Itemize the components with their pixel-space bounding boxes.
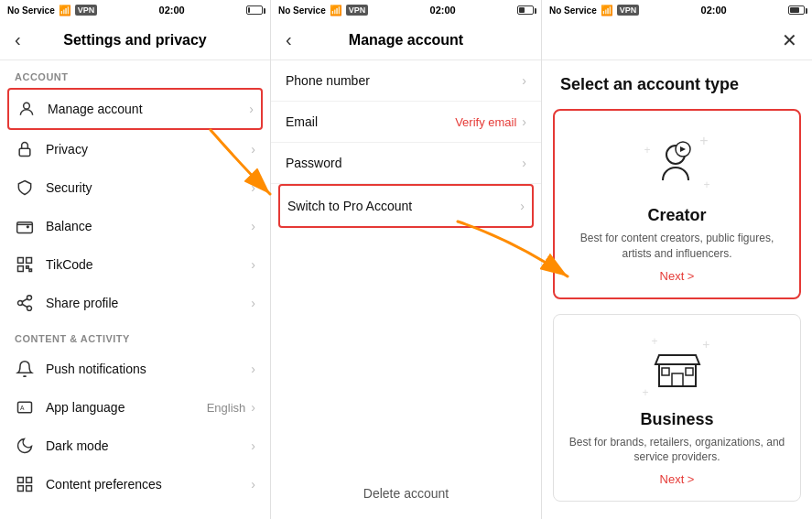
privacy-label: Privacy [46, 142, 251, 157]
panel2-back-button[interactable]: ‹ [282, 26, 296, 54]
battery-2 [517, 5, 534, 15]
sidebar-item-manage-account[interactable]: Manage account › [9, 90, 261, 128]
plus-deco-2: + [644, 144, 651, 157]
sidebar-item-push-notifications[interactable]: Push notifications › [0, 350, 270, 388]
lang-icon: A [15, 397, 35, 417]
password-chevron: › [522, 156, 526, 170]
dark-mode-label: Dark mode [46, 438, 251, 453]
svg-rect-24 [662, 368, 669, 375]
svg-point-8 [27, 296, 32, 300]
plus-deco-b2: + [702, 337, 709, 351]
tikcode-chevron: › [251, 257, 255, 272]
sidebar-item-tikcode[interactable]: TikCode › [0, 245, 270, 284]
creator-card[interactable]: + + + Creator Best for content creators,… [553, 109, 801, 299]
push-notifications-label: Push notifications [46, 362, 251, 376]
sidebar-item-share-profile[interactable]: Share profile › [0, 284, 270, 322]
user-icon [16, 99, 37, 119]
signal-3: No Service [549, 5, 597, 16]
signal-2: No Service [278, 5, 326, 16]
sidebar-item-balance[interactable]: Balance › [0, 207, 270, 245]
panel3-close-button[interactable]: ✕ [778, 26, 801, 55]
panel1-back-button[interactable]: ‹ [11, 26, 25, 54]
phone-number-label: Phone number [286, 73, 522, 88]
business-card[interactable]: + + + Business Best for br [553, 314, 801, 503]
svg-rect-15 [18, 478, 24, 483]
creator-next-button[interactable]: Next > [660, 269, 695, 283]
status-bar-3: No Service 📶 VPN 02:00 [542, 0, 812, 20]
tikcode-label: TikCode [46, 257, 251, 272]
privacy-chevron: › [251, 142, 255, 157]
vpn-badge-3: VPN [617, 5, 640, 16]
time-3: 02:00 [701, 5, 727, 16]
content-icon [15, 474, 35, 494]
shield-icon [15, 178, 35, 198]
svg-rect-17 [27, 486, 32, 492]
business-next-button[interactable]: Next > [660, 472, 695, 486]
sidebar-item-app-language[interactable]: A App language English › [0, 388, 270, 427]
plus-deco-b1: + [652, 335, 658, 348]
battery-3 [788, 5, 805, 15]
panel1-header: ‹ Settings and privacy [0, 20, 270, 60]
vpn-badge-2: VPN [346, 5, 369, 16]
phone-number-item[interactable]: Phone number › [271, 60, 541, 102]
business-desc: Best for brands, retailers, organization… [568, 435, 785, 466]
panel3-title: Select an account type [542, 60, 812, 102]
plus-deco-1: + [699, 133, 708, 149]
share-icon [15, 293, 35, 313]
app-language-label: App language [46, 400, 207, 415]
sidebar-item-security[interactable]: Security › [0, 168, 270, 207]
panel3-header: ✕ [542, 20, 812, 60]
signal-1: No Service [7, 5, 55, 16]
panel2-header: ‹ Manage account [271, 20, 541, 60]
password-item[interactable]: Password › [271, 143, 541, 184]
panel2-title: Manage account [349, 32, 463, 49]
svg-rect-25 [686, 368, 693, 375]
phone-number-chevron: › [522, 73, 526, 88]
delete-account-item[interactable]: Delete account [271, 449, 541, 519]
delete-account-label: Delete account [363, 486, 449, 501]
app-language-value: English [207, 401, 246, 415]
business-icon-area: + + + [641, 330, 714, 403]
svg-rect-6 [27, 266, 29, 269]
section-content-label: CONTENT & ACTIVITY [0, 322, 270, 350]
wifi-icon-3: 📶 [601, 5, 613, 16]
moon-icon [15, 436, 35, 456]
switch-pro-chevron: › [520, 199, 525, 213]
wallet-icon [15, 216, 35, 236]
svg-rect-23 [672, 373, 683, 386]
svg-rect-5 [18, 266, 24, 272]
sidebar-item-content-preferences[interactable]: Content preferences › [0, 465, 270, 503]
switch-pro-highlight-box: Switch to Pro Account › [278, 184, 534, 228]
manage-account-highlight-box: Manage account › [7, 88, 263, 130]
dark-mode-chevron: › [251, 438, 255, 453]
sidebar-item-privacy[interactable]: Privacy › [0, 130, 270, 168]
qr-icon [15, 254, 35, 275]
plus-deco-b3: + [643, 386, 649, 399]
push-notifications-chevron: › [251, 362, 255, 376]
plus-deco-3: + [703, 178, 709, 191]
balance-chevron: › [251, 219, 255, 233]
svg-rect-18 [18, 486, 24, 492]
switch-pro-item[interactable]: Switch to Pro Account › [280, 186, 532, 226]
wifi-icon-1: 📶 [59, 5, 71, 16]
business-title: Business [640, 410, 713, 429]
svg-line-11 [22, 304, 27, 307]
section-account-label: ACCOUNT [0, 60, 270, 88]
content-preferences-chevron: › [251, 477, 255, 492]
bell-icon [15, 359, 35, 379]
creator-desc: Best for content creators, public figure… [569, 231, 785, 262]
sidebar-item-dark-mode[interactable]: Dark mode › [0, 427, 270, 465]
time-1: 02:00 [159, 5, 185, 16]
creator-icon-area: + + + [641, 125, 714, 199]
panels-wrapper: ‹ Settings and privacy ACCOUNT Manage ac… [0, 20, 812, 519]
email-item[interactable]: Email Verify email › [271, 102, 541, 143]
verify-email-action[interactable]: Verify email [455, 115, 516, 129]
security-label: Security [46, 180, 251, 195]
status-bar-1: No Service 📶 VPN 02:00 [0, 0, 271, 20]
status-bar-2: No Service 📶 VPN 02:00 [271, 0, 542, 20]
svg-point-10 [27, 306, 32, 310]
email-chevron: › [522, 114, 526, 129]
svg-point-0 [24, 103, 30, 109]
time-2: 02:00 [430, 5, 456, 16]
svg-rect-3 [18, 258, 24, 264]
